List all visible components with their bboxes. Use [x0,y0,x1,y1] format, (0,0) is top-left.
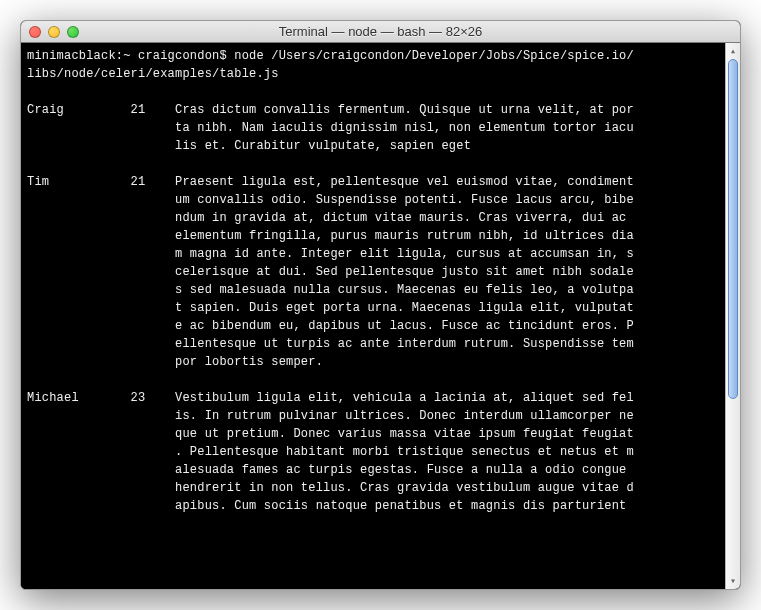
scrollbar[interactable]: ▴ ▾ [725,43,740,589]
scroll-down-icon[interactable]: ▾ [726,573,740,589]
traffic-lights [29,26,79,38]
window-title: Terminal — node — bash — 82×26 [29,24,732,39]
zoom-icon[interactable] [67,26,79,38]
scroll-thumb[interactable] [728,59,738,399]
titlebar[interactable]: Terminal — node — bash — 82×26 [21,21,740,43]
terminal-content[interactable]: minimacblack:~ craigcondon$ node /Users/… [21,43,725,589]
terminal-window: Terminal — node — bash — 82×26 minimacbl… [20,20,741,590]
minimize-icon[interactable] [48,26,60,38]
scroll-up-icon[interactable]: ▴ [726,43,740,59]
close-icon[interactable] [29,26,41,38]
terminal-output: minimacblack:~ craigcondon$ node /Users/… [27,47,719,515]
